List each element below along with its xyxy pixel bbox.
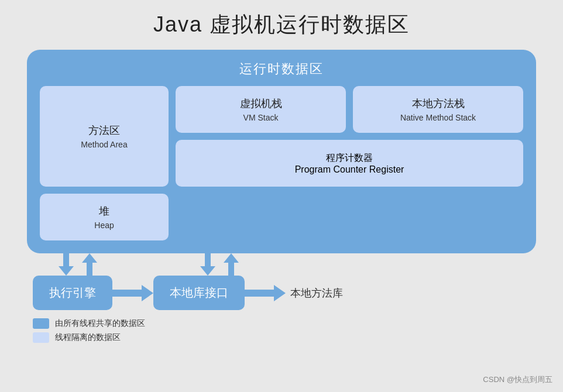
legend-text-dark: 由所有线程共享的数据区	[55, 318, 145, 329]
inner-grid: 方法区 Method Area 虚拟机栈 VM Stack 本地方法栈 Nati…	[40, 86, 523, 187]
runtime-container: 运行时数据区 方法区 Method Area 虚拟机栈 VM Stack 本地方…	[27, 50, 536, 253]
legend-color-dark	[33, 318, 49, 329]
native-interface-box: 本地库接口	[153, 276, 245, 310]
method-area-zh: 方法区	[88, 123, 120, 137]
left-arrows-svg	[57, 253, 104, 276]
program-counter-cell: 程序计数器 Program Counter Register	[176, 140, 523, 187]
program-counter-zh: 程序计数器	[326, 152, 373, 164]
native-method-stack-cell: 本地方法栈 Native Method Stack	[353, 86, 523, 133]
method-area-en: Method Area	[81, 140, 127, 149]
page-container: Java 虚拟机运行时数据区 运行时数据区 方法区 Method Area 虚拟…	[0, 0, 563, 392]
legend-color-light	[33, 332, 49, 343]
right-top-row: 虚拟机栈 VM Stack 本地方法栈 Native Method Stack	[176, 86, 523, 133]
heap-cell: 堆 Heap	[40, 194, 169, 240]
right-arrow-1	[112, 280, 153, 306]
svg-marker-5	[245, 285, 286, 301]
native-lib-label: 本地方法库	[290, 286, 343, 300]
execute-engine-box: 执行引擎	[33, 276, 112, 310]
page-title: Java 虚拟机运行时数据区	[153, 11, 410, 39]
legend-text-light: 线程隔离的数据区	[55, 332, 121, 343]
vm-stack-en: VM Stack	[243, 113, 279, 122]
right-arrow-2	[245, 280, 286, 306]
svg-marker-2	[200, 253, 215, 276]
method-area-cell: 方法区 Method Area	[40, 86, 169, 187]
boxes-row: 执行引擎 本地库接口 本地方法库	[27, 276, 536, 310]
native-method-stack-en: Native Method Stack	[400, 113, 476, 122]
heap-zh: 堆	[99, 204, 109, 218]
arrows-row	[27, 253, 536, 276]
runtime-label: 运行时数据区	[239, 60, 324, 78]
program-counter-en: Program Counter Register	[295, 164, 404, 175]
center-arrows-svg	[199, 253, 246, 276]
vm-stack-cell: 虚拟机栈 VM Stack	[176, 86, 346, 133]
svg-marker-4	[112, 285, 153, 301]
legend: 由所有线程共享的数据区 线程隔离的数据区	[27, 318, 536, 343]
svg-marker-1	[82, 253, 97, 276]
svg-marker-3	[224, 253, 239, 276]
heap-en: Heap	[94, 221, 114, 230]
vm-stack-zh: 虚拟机栈	[240, 97, 282, 111]
legend-item-light: 线程隔离的数据区	[33, 332, 536, 343]
watermark: CSDN @快点到周五	[483, 374, 552, 385]
legend-item-dark: 由所有线程共享的数据区	[33, 318, 536, 329]
svg-marker-0	[59, 253, 74, 276]
native-method-stack-zh: 本地方法栈	[412, 97, 465, 111]
